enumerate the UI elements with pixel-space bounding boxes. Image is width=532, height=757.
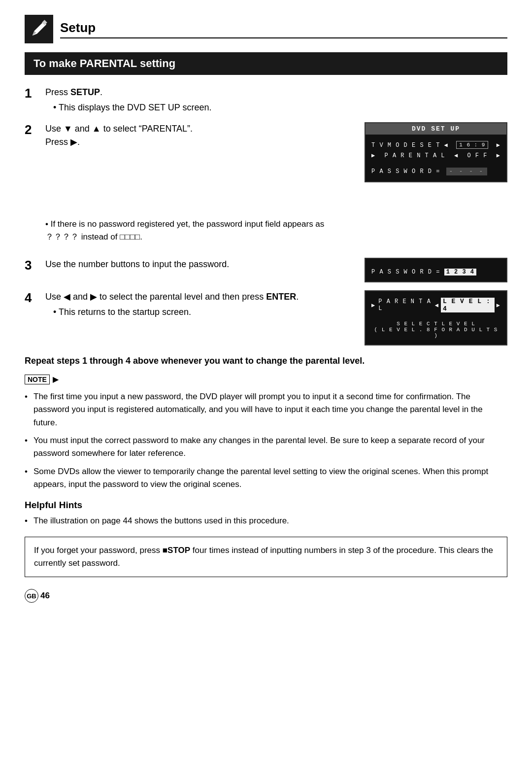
- dvd-screen-3-body: ▶ P A R E N T A L ◀ L E V E L : 4 ▶ S E …: [366, 291, 506, 344]
- step-4-sub: • This returns to the startup screen.: [53, 306, 350, 319]
- dvd-row1-label: T V M O D E S E T ◀: [371, 141, 448, 149]
- step-4-content: Use ◀ and ▶ to select the parental level…: [45, 290, 507, 345]
- step-3-content: Use the number buttons to input the pass…: [45, 258, 507, 282]
- page-number-area: GB 46: [25, 589, 507, 603]
- pencil-icon-svg: [30, 20, 48, 38]
- step-2-content: Use ▼ and ▲ to select “PARENTAL”. Press …: [45, 122, 507, 250]
- step-4-left: Use ◀ and ▶ to select the parental level…: [45, 290, 350, 345]
- step-2-note-spacer: If there is no password registered yet, …: [45, 218, 350, 243]
- step-1-text-pre: Press: [45, 87, 70, 97]
- dvd-row-1: T V M O D E S E T ◀ 1 6 : 9 ▶: [371, 139, 500, 150]
- step-4-right: ▶ P A R E N T A L ◀ L E V E L : 4 ▶ S E …: [365, 290, 507, 345]
- note-bullet-3: Some DVDs allow the viewer to temporaril…: [25, 465, 507, 491]
- helpful-hints-bullets: The illustration on page 44 shows the bu…: [25, 515, 507, 527]
- step-1-bold: SETUP: [70, 87, 100, 97]
- dvd-screen3-row1: ▶ P A R E N T A L ◀ L E V E L : 4 ▶: [371, 296, 500, 314]
- step-3-left: Use the number buttons to input the pass…: [45, 258, 350, 282]
- note-arrow: ▶: [53, 375, 59, 384]
- dvd-screen-3: ▶ P A R E N T A L ◀ L E V E L : 4 ▶ S E …: [365, 290, 507, 345]
- step-2-right: DVD SET UP T V M O D E S E T ◀ 1 6 : 9 ▶…: [365, 122, 507, 250]
- dvd-screen-1-body: T V M O D E S E T ◀ 1 6 : 9 ▶ ▶ P A R E …: [366, 135, 506, 181]
- bottom-box-stop: ■STOP: [163, 546, 190, 555]
- dvd-screen-1-title: DVD SET UP: [366, 123, 506, 135]
- helpful-hints-title: Helpful Hints: [25, 500, 507, 511]
- dvd-row-2: ▶ P A R E N T A L ◀ O F F ▶: [371, 150, 500, 161]
- note-bullets: The first time you input a new password,…: [25, 390, 507, 491]
- note-label: NOTE: [25, 375, 50, 384]
- bottom-box-text1: If you forget your password, press: [34, 546, 163, 555]
- step-2-left: Use ▼ and ▲ to select “PARENTAL”. Press …: [45, 122, 350, 250]
- step-4-main-text: Use ◀ and ▶ to select the parental level…: [45, 290, 350, 304]
- step-2-bullet: If there is no password registered yet, …: [45, 218, 350, 243]
- dvd-row2-value: O F F: [467, 152, 487, 159]
- step-2: 2 Use ▼ and ▲ to select “PARENTAL”. Pres…: [25, 122, 507, 250]
- step-4: 4 Use ◀ and ▶ to select the parental lev…: [25, 290, 507, 345]
- dvd-row2-label: P A R E N T A L: [385, 152, 445, 159]
- step-3: 3 Use the number buttons to input the pa…: [25, 258, 507, 282]
- page-number: 46: [40, 591, 50, 601]
- header-title: Setup: [60, 20, 96, 35]
- dvd-row2-arrow: ▶: [371, 152, 375, 159]
- section-heading: To make PARENTAL setting: [25, 52, 507, 75]
- dvd-row1-value: 1 6 : 9: [456, 141, 488, 149]
- header-title-container: Setup: [60, 20, 507, 38]
- dvd-row1-right-arrow: ▶: [497, 141, 500, 149]
- step-1-sub: • This displays the DVD SET UP screen.: [53, 101, 507, 114]
- step-2-number: 2: [25, 123, 45, 136]
- dvd-screen-1: DVD SET UP T V M O D E S E T ◀ 1 6 : 9 ▶…: [365, 122, 507, 182]
- step-1: 1 Press SETUP. • This displays the DVD S…: [25, 86, 507, 114]
- step-4-area: Use ◀ and ▶ to select the parental level…: [45, 290, 507, 345]
- dvd-screen-2-body: P A S S W O R D = 1 2 3 4: [366, 259, 506, 281]
- note-bullet-1: The first time you input a new password,…: [25, 390, 507, 429]
- note-box: NOTE ▶: [25, 375, 507, 384]
- step-2-sub-text: Press ▶.: [45, 136, 350, 149]
- step-3-area: Use the number buttons to input the pass…: [45, 258, 507, 282]
- dvd-password-row-1: P A S S W O R D = - - - -: [371, 168, 500, 175]
- step-1-text: Press SETUP.: [45, 86, 507, 99]
- repeat-bold-text: Repeat steps 1 through 4 above whenever …: [25, 354, 507, 368]
- dvd-password-dashes: - - - -: [446, 168, 487, 175]
- bottom-box: If you forget your password, press ■STOP…: [25, 537, 507, 578]
- step-2-area: Use ▼ and ▲ to select “PARENTAL”. Press …: [45, 122, 507, 250]
- dvd-screen3-row2: S E L E C T L E V E L ( L E V E L . 8 F …: [371, 321, 500, 339]
- helpful-hints-bullet-1: The illustration on page 44 shows the bu…: [25, 515, 507, 527]
- step-2-main-text: Use ▼ and ▲ to select “PARENTAL”.: [45, 122, 350, 136]
- page-header: Setup: [25, 15, 507, 43]
- dvd-screen-2: P A S S W O R D = 1 2 3 4: [365, 258, 507, 282]
- setup-icon: [25, 15, 53, 43]
- dvd-password-value-2: 1 2 3 4: [444, 269, 476, 275]
- step-3-right: P A S S W O R D = 1 2 3 4: [365, 258, 507, 282]
- step-3-number: 3: [25, 259, 45, 272]
- gb-circle: GB: [25, 589, 38, 603]
- step-1-content: Press SETUP. • This displays the DVD SET…: [45, 86, 507, 114]
- dvd-password-row-2: P A S S W O R D = 1 2 3 4: [371, 269, 500, 275]
- step-1-number: 1: [25, 87, 45, 100]
- dvd-row2-left-arrow: ◀: [454, 152, 458, 159]
- dvd-row2-right-arrow: ▶: [497, 152, 500, 159]
- step-4-number: 4: [25, 291, 45, 304]
- step-3-main-text: Use the number buttons to input the pass…: [45, 258, 350, 271]
- note-bullet-2: You must input the correct password to m…: [25, 434, 507, 460]
- step-1-bullet: • This displays the DVD SET UP screen.: [53, 103, 211, 112]
- step-1-text-post: .: [100, 87, 102, 97]
